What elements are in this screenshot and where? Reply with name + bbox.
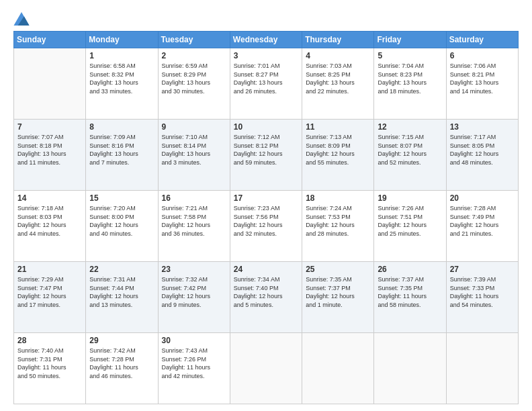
- calendar-cell: 16Sunrise: 7:21 AM Sunset: 7:58 PM Dayli…: [158, 191, 230, 262]
- calendar-cell: 7Sunrise: 7:07 AM Sunset: 8:18 PM Daylig…: [14, 120, 86, 191]
- day-info: Sunrise: 7:32 AM Sunset: 7:42 PM Dayligh…: [162, 275, 226, 309]
- day-number: 10: [234, 122, 298, 132]
- day-info: Sunrise: 7:29 AM Sunset: 7:47 PM Dayligh…: [17, 275, 82, 309]
- weekday-header-tuesday: Tuesday: [158, 32, 230, 48]
- day-info: Sunrise: 7:35 AM Sunset: 7:37 PM Dayligh…: [306, 275, 370, 309]
- calendar-table: SundayMondayTuesdayWednesdayThursdayFrid…: [13, 31, 519, 404]
- calendar-cell: 23Sunrise: 7:32 AM Sunset: 7:42 PM Dayli…: [158, 262, 230, 333]
- calendar-cell: 8Sunrise: 7:09 AM Sunset: 8:16 PM Daylig…: [86, 120, 158, 191]
- day-number: 3: [234, 51, 298, 60]
- weekday-header-sunday: Sunday: [14, 32, 86, 48]
- calendar-cell: 28Sunrise: 7:40 AM Sunset: 7:31 PM Dayli…: [14, 333, 86, 404]
- calendar-cell: 21Sunrise: 7:29 AM Sunset: 7:47 PM Dayli…: [14, 262, 86, 333]
- calendar-week-row: 28Sunrise: 7:40 AM Sunset: 7:31 PM Dayli…: [14, 333, 519, 404]
- weekday-header-saturday: Saturday: [446, 32, 518, 48]
- day-info: Sunrise: 6:58 AM Sunset: 8:32 PM Dayligh…: [89, 62, 154, 95]
- day-number: 4: [306, 51, 370, 60]
- calendar-week-row: 1Sunrise: 6:58 AM Sunset: 8:32 PM Daylig…: [14, 48, 519, 120]
- day-number: 30: [162, 336, 226, 345]
- day-info: Sunrise: 7:31 AM Sunset: 7:44 PM Dayligh…: [89, 275, 154, 309]
- day-info: Sunrise: 7:40 AM Sunset: 7:31 PM Dayligh…: [17, 347, 82, 380]
- calendar-cell: 3Sunrise: 7:01 AM Sunset: 8:27 PM Daylig…: [230, 48, 302, 120]
- day-number: 22: [89, 265, 154, 274]
- day-number: 13: [450, 122, 515, 132]
- day-number: 29: [89, 336, 154, 345]
- day-info: Sunrise: 7:01 AM Sunset: 8:27 PM Dayligh…: [234, 62, 298, 95]
- calendar-cell: 4Sunrise: 7:03 AM Sunset: 8:25 PM Daylig…: [302, 48, 374, 120]
- day-number: 16: [162, 193, 226, 203]
- day-number: 1: [89, 51, 154, 60]
- day-info: Sunrise: 7:28 AM Sunset: 7:49 PM Dayligh…: [450, 204, 515, 238]
- day-info: Sunrise: 7:37 AM Sunset: 7:35 PM Dayligh…: [378, 275, 442, 309]
- calendar-cell: 27Sunrise: 7:39 AM Sunset: 7:33 PM Dayli…: [446, 262, 518, 333]
- day-number: 23: [162, 265, 226, 274]
- weekday-header-thursday: Thursday: [302, 32, 374, 48]
- day-info: Sunrise: 7:09 AM Sunset: 8:16 PM Dayligh…: [89, 133, 154, 167]
- day-info: Sunrise: 7:10 AM Sunset: 8:14 PM Dayligh…: [162, 133, 226, 167]
- calendar-cell: 22Sunrise: 7:31 AM Sunset: 7:44 PM Dayli…: [86, 262, 158, 333]
- day-number: 12: [378, 122, 442, 132]
- day-info: Sunrise: 7:43 AM Sunset: 7:26 PM Dayligh…: [162, 347, 226, 380]
- calendar-cell: 1Sunrise: 6:58 AM Sunset: 8:32 PM Daylig…: [86, 48, 158, 120]
- calendar-cell: 15Sunrise: 7:20 AM Sunset: 8:00 PM Dayli…: [86, 191, 158, 262]
- weekday-header-monday: Monday: [86, 32, 158, 48]
- day-info: Sunrise: 7:26 AM Sunset: 7:51 PM Dayligh…: [378, 204, 442, 238]
- day-info: Sunrise: 7:18 AM Sunset: 8:03 PM Dayligh…: [17, 204, 82, 238]
- day-number: 26: [378, 265, 442, 274]
- day-info: Sunrise: 7:21 AM Sunset: 7:58 PM Dayligh…: [162, 204, 226, 238]
- day-info: Sunrise: 7:07 AM Sunset: 8:18 PM Dayligh…: [17, 133, 82, 167]
- day-number: 9: [162, 122, 226, 132]
- day-number: 25: [306, 265, 370, 274]
- day-number: 8: [89, 122, 154, 132]
- weekday-header-wednesday: Wednesday: [230, 32, 302, 48]
- logo: [13, 12, 32, 26]
- calendar-cell: [14, 48, 86, 120]
- calendar-cell: 26Sunrise: 7:37 AM Sunset: 7:35 PM Dayli…: [374, 262, 446, 333]
- calendar-cell: [230, 333, 302, 404]
- calendar-cell: 25Sunrise: 7:35 AM Sunset: 7:37 PM Dayli…: [302, 262, 374, 333]
- day-info: Sunrise: 6:59 AM Sunset: 8:29 PM Dayligh…: [162, 62, 226, 95]
- day-number: 21: [17, 265, 82, 274]
- calendar-cell: [374, 333, 446, 404]
- calendar-week-row: 21Sunrise: 7:29 AM Sunset: 7:47 PM Dayli…: [14, 262, 519, 333]
- day-info: Sunrise: 7:42 AM Sunset: 7:28 PM Dayligh…: [89, 347, 154, 380]
- calendar-header-row: SundayMondayTuesdayWednesdayThursdayFrid…: [14, 32, 519, 48]
- calendar-cell: 18Sunrise: 7:24 AM Sunset: 7:53 PM Dayli…: [302, 191, 374, 262]
- calendar-cell: [446, 333, 518, 404]
- day-info: Sunrise: 7:03 AM Sunset: 8:25 PM Dayligh…: [306, 62, 370, 95]
- calendar-cell: 5Sunrise: 7:04 AM Sunset: 8:23 PM Daylig…: [374, 48, 446, 120]
- day-info: Sunrise: 7:04 AM Sunset: 8:23 PM Dayligh…: [378, 62, 442, 95]
- calendar-cell: [302, 333, 374, 404]
- day-info: Sunrise: 7:15 AM Sunset: 8:07 PM Dayligh…: [378, 133, 442, 167]
- calendar-cell: 11Sunrise: 7:13 AM Sunset: 8:09 PM Dayli…: [302, 120, 374, 191]
- calendar-cell: 12Sunrise: 7:15 AM Sunset: 8:07 PM Dayli…: [374, 120, 446, 191]
- day-number: 20: [450, 193, 515, 203]
- day-number: 11: [306, 122, 370, 132]
- day-number: 17: [234, 193, 298, 203]
- calendar-cell: 29Sunrise: 7:42 AM Sunset: 7:28 PM Dayli…: [86, 333, 158, 404]
- day-number: 19: [378, 193, 442, 203]
- day-number: 14: [17, 193, 82, 203]
- calendar-cell: 30Sunrise: 7:43 AM Sunset: 7:26 PM Dayli…: [158, 333, 230, 404]
- weekday-header-friday: Friday: [374, 32, 446, 48]
- calendar-cell: 19Sunrise: 7:26 AM Sunset: 7:51 PM Dayli…: [374, 191, 446, 262]
- day-info: Sunrise: 7:34 AM Sunset: 7:40 PM Dayligh…: [234, 275, 298, 309]
- day-info: Sunrise: 7:20 AM Sunset: 8:00 PM Dayligh…: [89, 204, 154, 238]
- day-number: 5: [378, 51, 442, 60]
- day-number: 18: [306, 193, 370, 203]
- calendar-cell: 2Sunrise: 6:59 AM Sunset: 8:29 PM Daylig…: [158, 48, 230, 120]
- day-number: 2: [162, 51, 226, 60]
- calendar-week-row: 7Sunrise: 7:07 AM Sunset: 8:18 PM Daylig…: [14, 120, 519, 191]
- calendar-cell: 14Sunrise: 7:18 AM Sunset: 8:03 PM Dayli…: [14, 191, 86, 262]
- day-info: Sunrise: 7:24 AM Sunset: 7:53 PM Dayligh…: [306, 204, 370, 238]
- day-number: 28: [17, 336, 82, 345]
- calendar-cell: 24Sunrise: 7:34 AM Sunset: 7:40 PM Dayli…: [230, 262, 302, 333]
- calendar-week-row: 14Sunrise: 7:18 AM Sunset: 8:03 PM Dayli…: [14, 191, 519, 262]
- day-info: Sunrise: 7:13 AM Sunset: 8:09 PM Dayligh…: [306, 133, 370, 167]
- day-info: Sunrise: 7:17 AM Sunset: 8:05 PM Dayligh…: [450, 133, 515, 167]
- day-info: Sunrise: 7:12 AM Sunset: 8:12 PM Dayligh…: [234, 133, 298, 167]
- calendar-cell: 10Sunrise: 7:12 AM Sunset: 8:12 PM Dayli…: [230, 120, 302, 191]
- page-header: [13, 12, 519, 26]
- day-number: 27: [450, 265, 515, 274]
- calendar-cell: 9Sunrise: 7:10 AM Sunset: 8:14 PM Daylig…: [158, 120, 230, 191]
